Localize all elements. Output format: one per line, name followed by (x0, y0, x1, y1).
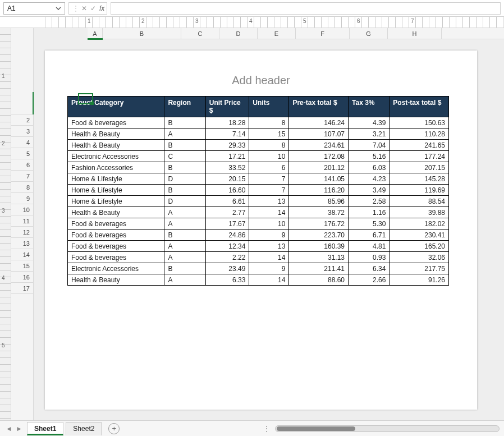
cell-units[interactable]: 13 (249, 196, 289, 207)
th-unit-price[interactable]: Unit Price $ (205, 97, 249, 117)
cell-unit-price[interactable]: 23.49 (205, 263, 249, 274)
cell-region[interactable]: D (164, 173, 205, 185)
cell-posttax[interactable]: 119.69 (390, 185, 449, 196)
table-row[interactable]: Food & beveragesA12.3413160.394.81165.20 (68, 241, 449, 252)
row-number[interactable]: 16 (11, 272, 33, 283)
cell-unit-price[interactable]: 29.33 (205, 140, 249, 151)
row-number[interactable]: 11 (11, 215, 33, 227)
cell-units[interactable]: 14 (249, 274, 289, 286)
cell-category[interactable]: Food & beverages (68, 230, 164, 241)
cell-category[interactable]: Health & Beauty (68, 274, 164, 286)
prev-sheet-icon[interactable]: ◄ (4, 424, 13, 433)
formula-input[interactable] (111, 2, 501, 15)
next-sheet-icon[interactable]: ► (15, 424, 24, 433)
cell-category[interactable]: Electronic Accessories (68, 263, 164, 274)
cell-units[interactable]: 9 (249, 230, 289, 241)
cell-units[interactable]: 14 (249, 207, 289, 218)
row-number[interactable]: 6 (11, 159, 33, 171)
row-number[interactable]: 13 (11, 238, 33, 249)
cell-category[interactable]: Electronic Accessories (68, 151, 164, 162)
cell-category[interactable]: Food & beverages (68, 117, 164, 128)
row-number[interactable]: 4 (11, 137, 33, 148)
cell-units[interactable]: 6 (249, 162, 289, 173)
cell-unit-price[interactable]: 6.33 (205, 274, 249, 286)
row-number[interactable]: 12 (11, 227, 33, 238)
cell-posttax[interactable]: 88.54 (390, 196, 449, 207)
fx-icon[interactable]: fx (99, 4, 104, 12)
cell-posttax[interactable]: 165.20 (390, 241, 449, 252)
cell-posttax[interactable]: 217.75 (390, 263, 449, 274)
table-row[interactable]: Food & beveragesA17.6710176.725.30182.02 (68, 218, 449, 230)
column-letter[interactable]: A (88, 28, 103, 39)
cell-units[interactable]: 8 (249, 140, 289, 151)
th-posttax[interactable]: Post-tax total $ (390, 97, 449, 117)
cell-tax[interactable]: 0.93 (349, 252, 390, 263)
row-number[interactable]: 10 (11, 204, 33, 215)
cell-pretax[interactable]: 223.70 (289, 230, 349, 241)
table-row[interactable]: Food & beveragesB24.869223.706.71230.41 (68, 230, 449, 241)
row-number[interactable]: 8 (11, 182, 33, 193)
column-letter[interactable]: D (219, 28, 258, 39)
table-row[interactable]: Electronic AccessoriesB23.499211.416.342… (68, 263, 449, 274)
table-row[interactable]: Home & LifestyleD6.611385.962.5888.54 (68, 196, 449, 207)
cell-posttax[interactable]: 145.28 (390, 173, 449, 185)
cell-pretax[interactable]: 85.96 (289, 196, 349, 207)
cell-category[interactable]: Home & Lifestyle (68, 185, 164, 196)
cell-posttax[interactable]: 177.24 (390, 151, 449, 162)
enter-formula-icon[interactable]: ✓ (90, 4, 96, 12)
cell-region[interactable]: B (164, 230, 205, 241)
chevron-down-icon[interactable] (56, 6, 61, 11)
cell-units[interactable]: 10 (249, 151, 289, 162)
sheet-tab[interactable]: Sheet2 (66, 422, 102, 435)
cell-tax[interactable]: 6.34 (349, 263, 390, 274)
cell-tax[interactable]: 4.81 (349, 241, 390, 252)
cancel-formula-icon[interactable]: ✕ (81, 4, 87, 12)
cell-unit-price[interactable]: 2.77 (205, 207, 249, 218)
cell-region[interactable]: B (164, 117, 205, 128)
column-letter[interactable]: H (388, 28, 442, 39)
row-number[interactable]: 7 (11, 171, 33, 182)
cell-unit-price[interactable]: 18.28 (205, 117, 249, 128)
cell-tax[interactable]: 6.71 (349, 230, 390, 241)
cell-posttax[interactable]: 32.06 (390, 252, 449, 263)
data-table[interactable]: Prouct Category Region Unit Price $ Unit… (67, 96, 449, 286)
cell-region[interactable]: B (164, 140, 205, 151)
cell-tax[interactable]: 3.49 (349, 185, 390, 196)
cell-pretax[interactable]: 146.24 (289, 117, 349, 128)
cell-units[interactable]: 8 (249, 117, 289, 128)
th-tax[interactable]: Tax 3% (349, 97, 390, 117)
table-row[interactable]: Health & BeautyA7.1415107.073.21110.28 (68, 128, 449, 140)
cell-category[interactable]: Health & Beauty (68, 128, 164, 140)
column-letter[interactable]: E (258, 28, 296, 39)
cell-pretax[interactable]: 234.61 (289, 140, 349, 151)
cell-unit-price[interactable]: 2.22 (205, 252, 249, 263)
cell-posttax[interactable]: 230.41 (390, 230, 449, 241)
cell-posttax[interactable]: 91.26 (390, 274, 449, 286)
table-row[interactable]: Health & BeautyA2.771438.721.1639.88 (68, 207, 449, 218)
cell-posttax[interactable]: 207.15 (390, 162, 449, 173)
cell-region[interactable]: B (164, 162, 205, 173)
row-number[interactable]: 17 (11, 283, 33, 294)
cell-unit-price[interactable]: 20.15 (205, 173, 249, 185)
cell-tax[interactable]: 5.16 (349, 151, 390, 162)
th-units[interactable]: Units (249, 97, 289, 117)
cell-pretax[interactable]: 176.72 (289, 218, 349, 230)
row-number[interactable]: 2 (11, 114, 33, 126)
cell-units[interactable]: 14 (249, 252, 289, 263)
cell-posttax[interactable]: 39.88 (390, 207, 449, 218)
sheet-tab[interactable]: Sheet1 (27, 422, 63, 435)
cell-units[interactable]: 10 (249, 218, 289, 230)
cell-unit-price[interactable]: 33.52 (205, 162, 249, 173)
table-row[interactable]: Health & BeautyB29.338234.617.04241.65 (68, 140, 449, 151)
cell-pretax[interactable]: 172.08 (289, 151, 349, 162)
cell-category[interactable]: Home & Lifestyle (68, 173, 164, 185)
cell-category[interactable]: Food & beverages (68, 218, 164, 230)
cell-units[interactable]: 15 (249, 128, 289, 140)
th-category[interactable]: Prouct Category (68, 97, 164, 117)
table-row[interactable]: Food & beveragesA2.221431.130.9332.06 (68, 252, 449, 263)
cell-tax[interactable]: 3.21 (349, 128, 390, 140)
cell-tax[interactable]: 2.58 (349, 196, 390, 207)
cell-category[interactable]: Home & Lifestyle (68, 196, 164, 207)
cell-region[interactable]: C (164, 151, 205, 162)
cell-pretax[interactable]: 88.60 (289, 274, 349, 286)
